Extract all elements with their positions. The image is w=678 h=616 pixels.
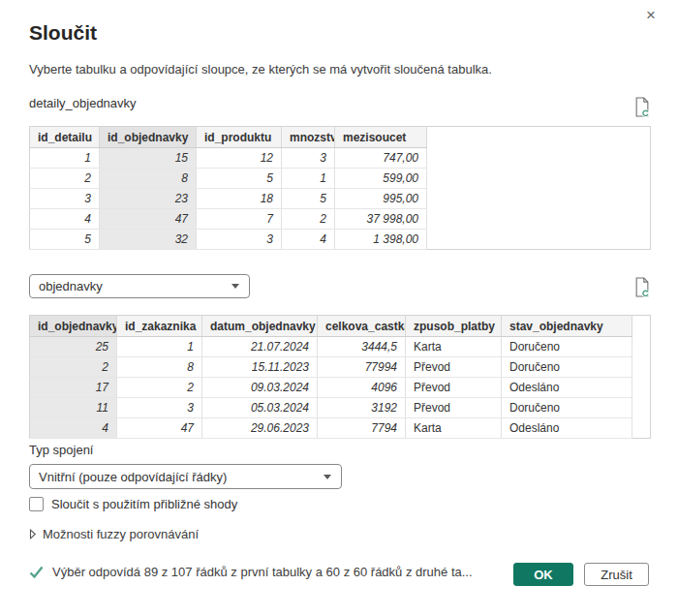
cell[interactable]: 5	[282, 189, 335, 209]
cell[interactable]: Doručeno	[502, 357, 632, 378]
cell[interactable]: 05.03.2024	[202, 398, 318, 418]
fuzzy-match-checkbox[interactable]	[29, 497, 44, 511]
first-table-label: detaily_objednavky	[29, 96, 137, 110]
column-header-selected[interactable]: id_objednavky	[30, 316, 117, 337]
column-header[interactable]: datum_objednavky	[202, 316, 318, 337]
table-row: 2 8 5 1 599,00	[30, 169, 651, 189]
table-filler	[632, 378, 651, 398]
table-filler	[427, 148, 651, 169]
cell[interactable]: 32	[100, 230, 197, 250]
cell[interactable]: 8	[100, 169, 197, 189]
table-row: 11 3 05.03.2024 3192 Převod Doručeno	[30, 398, 651, 418]
cell[interactable]: 15	[100, 148, 197, 169]
cell[interactable]: 37 998,00	[335, 209, 427, 230]
fuzzy-options-expander[interactable]: Možnosti fuzzy porovnávání	[29, 527, 199, 541]
cell[interactable]: 23	[100, 189, 197, 209]
cell[interactable]: 7	[197, 209, 282, 230]
cell[interactable]: 17	[30, 378, 117, 398]
cell[interactable]: 7794	[318, 418, 406, 439]
cell[interactable]: 5	[197, 169, 282, 189]
cell[interactable]: 25	[30, 337, 117, 357]
cell[interactable]: 4	[282, 230, 335, 250]
column-header[interactable]: zpusob_platby	[406, 316, 502, 337]
cell[interactable]: 11	[30, 398, 117, 418]
cell[interactable]: Převod	[406, 378, 502, 398]
column-header[interactable]: id_detailu	[30, 127, 100, 148]
cell[interactable]: 77994	[318, 357, 406, 378]
cell[interactable]: 18	[197, 189, 282, 209]
cell[interactable]: 47	[100, 209, 197, 230]
cell[interactable]: 15.11.2023	[202, 357, 318, 378]
cell[interactable]: 09.03.2024	[202, 378, 318, 398]
column-header-selected[interactable]: id_objednavky	[100, 127, 197, 148]
table-filler	[427, 230, 651, 250]
cell[interactable]: 47	[117, 418, 202, 439]
cell[interactable]: 995,00	[335, 189, 427, 209]
cell[interactable]: 4	[30, 209, 100, 230]
refresh-preview-icon[interactable]	[633, 96, 651, 118]
fuzzy-options-label: Možnosti fuzzy porovnávání	[43, 527, 199, 541]
cell[interactable]: 2	[117, 378, 202, 398]
cell[interactable]: 1	[282, 169, 335, 189]
cell[interactable]: 12	[197, 148, 282, 169]
ok-button[interactable]: OK	[513, 563, 573, 586]
column-header[interactable]: celkova_castka	[318, 316, 406, 337]
chevron-down-icon	[231, 284, 239, 289]
cell[interactable]: 5	[30, 230, 100, 250]
cell[interactable]: 3	[197, 230, 282, 250]
cell[interactable]: Převod	[406, 357, 502, 378]
cell[interactable]: Odesláno	[502, 378, 632, 398]
cancel-button[interactable]: Zrušit	[584, 563, 649, 586]
cell[interactable]: 3	[30, 189, 100, 209]
cell[interactable]: 2	[30, 169, 100, 189]
second-table-preview: id_objednavky id_zakaznika datum_objedna…	[29, 315, 651, 439]
second-table-selector-dropdown[interactable]: objednavky	[29, 274, 250, 298]
cell[interactable]: 3	[282, 148, 335, 169]
cell[interactable]: 3	[117, 398, 202, 418]
table-filler	[632, 418, 651, 439]
column-header[interactable]: id_produktu	[197, 127, 282, 148]
table-row: 2 8 15.11.2023 77994 Převod Doručeno	[30, 357, 651, 378]
cell[interactable]: Doručeno	[502, 337, 632, 357]
cell[interactable]: 21.07.2024	[202, 337, 318, 357]
table-row: 5 32 3 4 1 398,00	[30, 230, 651, 250]
table-header-row: id_detailu id_objednavky id_produktu mno…	[30, 127, 651, 148]
column-header[interactable]: mnozstvi	[282, 127, 335, 148]
cell[interactable]: 4	[30, 418, 117, 439]
table-header-row: id_objednavky id_zakaznika datum_objedna…	[30, 316, 651, 337]
cell[interactable]: Doručeno	[502, 398, 632, 418]
cell[interactable]: 1	[30, 148, 100, 169]
cell[interactable]: 8	[117, 357, 202, 378]
close-icon[interactable]: ×	[639, 4, 663, 27]
join-kind-label: Typ spojení	[29, 443, 94, 457]
cell[interactable]: 3192	[318, 398, 406, 418]
cell[interactable]: 599,00	[335, 169, 427, 189]
fuzzy-match-row: Sloučit s použitím přibližné shody	[29, 497, 237, 511]
cell[interactable]: 3444,5	[318, 337, 406, 357]
column-header[interactable]: id_zakaznika	[117, 316, 202, 337]
refresh-preview-icon[interactable]	[633, 276, 651, 298]
cell[interactable]: Převod	[406, 398, 502, 418]
cell[interactable]: 29.06.2023	[202, 418, 318, 439]
selected-table-value: objednavky	[30, 279, 231, 293]
cell[interactable]: 1 398,00	[335, 230, 427, 250]
cell[interactable]: 747,00	[335, 148, 427, 169]
cell[interactable]: 1	[117, 337, 202, 357]
chevron-right-icon	[29, 529, 37, 539]
cell[interactable]: Karta	[406, 418, 502, 439]
table-filler	[632, 337, 651, 357]
cell[interactable]: 2	[30, 357, 117, 378]
table-row: 4 47 29.06.2023 7794 Karta Odesláno	[30, 418, 651, 439]
status-row: Výběr odpovídá 89 z 107 řádků z první ta…	[29, 565, 473, 579]
cell[interactable]: 4096	[318, 378, 406, 398]
table-filler	[427, 169, 651, 189]
cell[interactable]: Karta	[406, 337, 502, 357]
table-row: 1 15 12 3 747,00	[30, 148, 651, 169]
table-filler	[632, 357, 651, 378]
join-kind-dropdown[interactable]: Vnitřní (pouze odpovídající řádky)	[29, 464, 342, 489]
table-filler	[427, 127, 651, 148]
cell[interactable]: 2	[282, 209, 335, 230]
cell[interactable]: Odesláno	[502, 418, 632, 439]
column-header[interactable]: mezisoucet	[335, 127, 427, 148]
column-header[interactable]: stav_objednavky	[502, 316, 632, 337]
